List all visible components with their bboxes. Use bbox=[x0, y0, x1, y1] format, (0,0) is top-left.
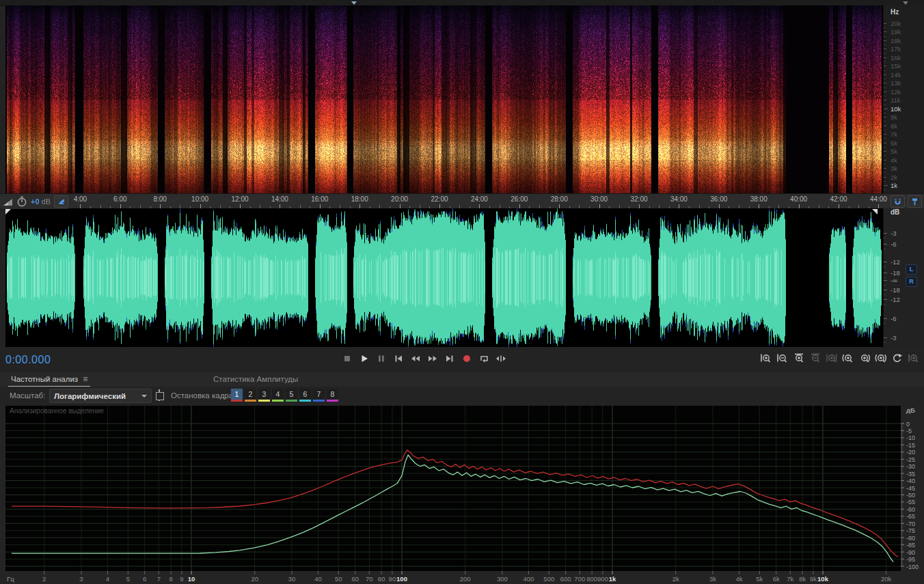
zoom-in-time-button[interactable] bbox=[759, 352, 772, 365]
selection-handle-left[interactable] bbox=[5, 209, 11, 214]
hold-button-color-bar bbox=[286, 400, 297, 402]
marker-pin-button[interactable] bbox=[908, 195, 922, 208]
spectrogram-view[interactable] bbox=[5, 5, 883, 193]
ruler-time-label: 14:00 bbox=[271, 195, 288, 203]
channel-left-button[interactable]: L bbox=[906, 264, 917, 275]
freq-scale-label: 16k bbox=[891, 55, 901, 61]
zoom-out-full-button[interactable] bbox=[809, 352, 821, 365]
x-axis-label: 100 bbox=[396, 575, 407, 583]
hold-button-6[interactable]: 6 bbox=[299, 389, 311, 402]
amplitude-scale-label: -12 bbox=[891, 259, 900, 266]
x-axis-label: 6k bbox=[773, 575, 780, 583]
zoom-selection-inout-button[interactable] bbox=[874, 352, 887, 365]
ruler-time-label: 20:00 bbox=[391, 195, 408, 203]
freq-scale-label: 5k bbox=[891, 148, 897, 155]
waveform-view[interactable] bbox=[5, 208, 883, 347]
hold-button-5[interactable]: 5 bbox=[286, 389, 297, 402]
zoom-to-selection-button[interactable] bbox=[825, 352, 838, 365]
ruler-time-label: 26:00 bbox=[511, 195, 528, 203]
snap-toggle-button[interactable] bbox=[891, 195, 905, 208]
x-axis-label: 3 bbox=[79, 575, 83, 583]
freq-scale-label: 17k bbox=[891, 46, 901, 53]
rewind-button[interactable] bbox=[409, 352, 422, 365]
fast-forward-button[interactable] bbox=[426, 352, 439, 365]
time-display[interactable]: 0:00.000 bbox=[5, 354, 51, 366]
hold-button-4[interactable]: 4 bbox=[272, 389, 284, 402]
tab-frequency-analysis[interactable]: Частотный анализ ≡ bbox=[8, 372, 90, 387]
hold-button-3[interactable]: 3 bbox=[258, 389, 270, 402]
x-axis-label: 800 bbox=[586, 575, 597, 583]
hold-button-1[interactable]: 1 bbox=[231, 389, 243, 402]
x-axis-label: 2k bbox=[672, 575, 679, 583]
channel-right-button[interactable]: R bbox=[906, 277, 917, 287]
hold-button-7[interactable]: 7 bbox=[313, 389, 325, 402]
copy-graph-button[interactable] bbox=[151, 389, 163, 401]
ruler-time-label: 6:00 bbox=[113, 195, 126, 203]
ruler-time-label: 34:00 bbox=[670, 195, 688, 203]
playhead-marker-icon[interactable] bbox=[351, 1, 357, 5]
record-button[interactable] bbox=[460, 352, 474, 365]
clock-knob-icon[interactable] bbox=[16, 196, 27, 207]
gain-value[interactable]: +0 dB bbox=[31, 197, 51, 206]
hold-button-2[interactable]: 2 bbox=[245, 389, 256, 402]
x-axis-label: 300 bbox=[497, 575, 508, 583]
zoom-in-full-button[interactable] bbox=[792, 352, 805, 365]
y-axis-label: -5 bbox=[906, 428, 912, 434]
amplitude-scale-label: -∞ bbox=[891, 277, 897, 284]
skip-to-end-button[interactable] bbox=[443, 352, 457, 365]
x-axis-label: 7k bbox=[787, 575, 793, 583]
pause-button[interactable] bbox=[375, 352, 388, 365]
x-axis-label: 9 bbox=[180, 575, 183, 583]
zoom-amplitude-button[interactable] bbox=[907, 352, 920, 365]
skip-to-start-button[interactable] bbox=[392, 352, 405, 365]
freq-scale-label: 20k bbox=[891, 20, 901, 27]
gain-number[interactable]: +0 bbox=[31, 197, 40, 206]
panel-menu-marker-icon[interactable] bbox=[903, 1, 908, 5]
zoom-selection-left-icon bbox=[841, 352, 854, 365]
magnet-icon bbox=[893, 197, 902, 206]
x-axis-label: 40 bbox=[314, 575, 322, 583]
scale-select[interactable]: Логарифмический bbox=[49, 389, 152, 403]
y-axis-label: -10 bbox=[906, 434, 915, 441]
reset-zoom-button[interactable] bbox=[891, 352, 903, 365]
amplitude-scale-label: -18 bbox=[891, 287, 900, 294]
zoom-selection-right-button[interactable] bbox=[858, 352, 871, 365]
zoom-out-time-button[interactable] bbox=[776, 352, 789, 365]
time-ruler[interactable]: 4:006:008:0010:0012:0014:0016:0018:0020:… bbox=[0, 193, 924, 210]
y-axis-label: -50 bbox=[906, 492, 915, 499]
hold-button-number: 6 bbox=[303, 389, 308, 400]
play-button[interactable] bbox=[357, 352, 371, 365]
hold-button-8[interactable]: 8 bbox=[327, 389, 338, 402]
hold-button-color-bar bbox=[245, 400, 256, 402]
scale-label: Масштаб: bbox=[10, 391, 45, 400]
x-axis-label: 900 bbox=[597, 575, 608, 583]
spot-pin-button[interactable] bbox=[54, 195, 68, 208]
selection-handle-right[interactable] bbox=[872, 209, 878, 214]
x-axis-label: 7 bbox=[157, 575, 161, 583]
tab-frequency-analysis-label: Частотный анализ bbox=[11, 375, 78, 383]
amplitude-scale-label: -12 bbox=[891, 296, 900, 303]
x-axis-label: 20k bbox=[881, 575, 892, 583]
loop-playback-button[interactable] bbox=[477, 352, 491, 365]
hold-button-number: 8 bbox=[331, 389, 335, 400]
x-axis-label: 5k bbox=[756, 575, 763, 583]
x-axis-label: 4 bbox=[106, 575, 109, 583]
ruler-time-label: 22:00 bbox=[431, 195, 448, 203]
y-axis-unit: дБ bbox=[906, 406, 915, 414]
fade-ramp-icon[interactable] bbox=[3, 197, 13, 206]
zoom-to-selection-icon bbox=[825, 352, 838, 365]
skip-selection-button[interactable] bbox=[494, 352, 508, 365]
ruler-time-label: 4:00 bbox=[74, 195, 87, 203]
zoom-selection-left-button[interactable] bbox=[841, 352, 854, 365]
frequency-chart[interactable]: Анализированное выделение0-5-10-15-20-25… bbox=[0, 406, 924, 584]
hold-button-number: 1 bbox=[235, 389, 239, 400]
zoom-selection-right-icon bbox=[858, 352, 871, 365]
panel-menu-icon[interactable]: ≡ bbox=[83, 374, 87, 384]
stop-button[interactable] bbox=[340, 352, 354, 365]
tab-amplitude-statistics[interactable]: Статистика Амплитуды bbox=[210, 372, 301, 386]
x-axis-label: 8 bbox=[169, 575, 173, 583]
amplitude-scale-label: -3 bbox=[891, 335, 896, 342]
ruler-time-label: 30:00 bbox=[590, 195, 608, 203]
frequency-scale: Hz 20k19k18k17k16k15k14k13k12k11k10k9k8k… bbox=[883, 5, 924, 193]
x-axis-label: 500 bbox=[543, 575, 554, 583]
